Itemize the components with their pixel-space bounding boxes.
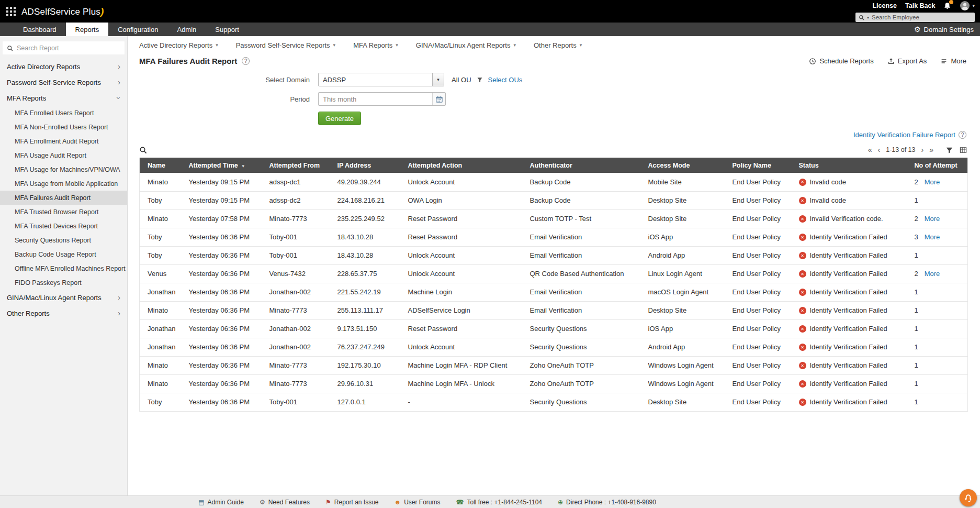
- table-row: MinatoYesterday 07:58 PMMinato-7773235.2…: [140, 209, 968, 228]
- schedule-reports-button[interactable]: Schedule Reports: [809, 57, 873, 65]
- top-bar-left: ADSelfService Plus): [0, 0, 104, 23]
- column-header-access-mode[interactable]: Access Mode: [644, 158, 728, 173]
- flag-icon: ⚑: [325, 499, 331, 505]
- sidebar-section-other-reports[interactable]: Other Reports›: [0, 305, 127, 321]
- pagination-prev-button[interactable]: ‹: [878, 146, 881, 153]
- period-input[interactable]: This month: [318, 92, 446, 106]
- talk-back-link[interactable]: Talk Back: [905, 2, 935, 9]
- sidebar-item-security-questions-report[interactable]: Security Questions Report: [0, 233, 127, 247]
- tab-configuration[interactable]: Configuration: [108, 23, 167, 36]
- user-menu[interactable]: ▾: [960, 1, 975, 11]
- domain-settings-button[interactable]: ⚙ Domain Settings: [914, 23, 974, 36]
- sidebar-item-mfa-trusted-devices-report[interactable]: MFA Trusted Devices Report: [0, 219, 127, 233]
- sidebar-section-gina-mac-linux-agent-reports[interactable]: GINA/Mac/Linux Agent Reports›: [0, 290, 127, 305]
- column-header-attempted-action[interactable]: Attempted Action: [404, 158, 526, 173]
- sidebar-item-mfa-usage-audit-report[interactable]: MFA Usage Audit Report: [0, 148, 127, 162]
- support-chat-button[interactable]: [960, 489, 977, 506]
- cell-time: Yesterday 06:36 PM: [185, 338, 265, 356]
- pagination-next-button[interactable]: ›: [921, 146, 924, 153]
- more-link[interactable]: More: [925, 215, 940, 223]
- more-link[interactable]: More: [925, 178, 940, 186]
- domain-select[interactable]: ADSSP ▾: [318, 73, 444, 86]
- sidebar-item-mfa-enrollment-audit-report[interactable]: MFA Enrollment Audit Report: [0, 134, 127, 148]
- column-chooser-button[interactable]: [959, 146, 967, 154]
- sidebar-item-mfa-usage-for-machines-vpn-owa[interactable]: MFA Usage for Machines/VPN/OWA: [0, 162, 127, 176]
- cell-mode: Windows Login Agent: [644, 356, 728, 374]
- cell-mode: Desktop Site: [644, 191, 728, 209]
- cell-action: Unlock Account: [404, 338, 526, 356]
- sidebar-item-mfa-non-enrolled-users-report[interactable]: MFA Non-Enrolled Users Report: [0, 120, 127, 134]
- sidebar-item-mfa-trusted-browser-report[interactable]: MFA Trusted Browser Report: [0, 205, 127, 219]
- tab-admin[interactable]: Admin: [167, 23, 206, 36]
- apps-grid-icon[interactable]: [6, 7, 16, 16]
- more-link[interactable]: More: [925, 270, 940, 278]
- report-search[interactable]: [3, 41, 125, 54]
- employee-search-input[interactable]: [872, 14, 972, 20]
- column-header-attempted-time[interactable]: Attempted Time▼: [185, 158, 265, 173]
- select-ous-link[interactable]: Select OUs: [488, 76, 523, 84]
- cell-auth: Backup Code: [526, 191, 644, 209]
- app-logo[interactable]: ADSelfService Plus): [21, 6, 104, 17]
- cell-name: Jonathan: [140, 283, 185, 301]
- sidebar-item-mfa-enrolled-users-report[interactable]: MFA Enrolled Users Report: [0, 106, 127, 120]
- column-label: Name: [148, 162, 165, 169]
- pagination-last-button[interactable]: »: [929, 146, 933, 153]
- report-menu-mfa-reports[interactable]: MFA Reports▾: [353, 41, 398, 49]
- notification-bell-icon[interactable]: [943, 2, 951, 10]
- cell-ip: 224.168.216.21: [333, 191, 404, 209]
- tab-reports[interactable]: Reports: [66, 23, 109, 36]
- cell-attempts: 1: [910, 374, 968, 393]
- column-header-no-of-attempt[interactable]: No of Attempt: [910, 158, 968, 173]
- column-header-name[interactable]: Name: [140, 158, 185, 173]
- column-header-attempted-from[interactable]: Attempted From: [265, 158, 333, 173]
- identity-verification-failure-report-link[interactable]: Identity Verification Failure Report: [853, 131, 955, 139]
- column-header-ip-address[interactable]: IP Address: [333, 158, 404, 173]
- table-search-button[interactable]: [139, 146, 147, 154]
- filter-button[interactable]: [945, 146, 953, 154]
- license-link[interactable]: License: [872, 2, 897, 9]
- report-search-input[interactable]: [17, 45, 120, 52]
- sidebar-section-label: MFA Reports: [7, 94, 46, 102]
- tab-dashboard[interactable]: Dashboard: [14, 23, 66, 36]
- report-menu-gina-mac-linux-agent-reports[interactable]: GINA/Mac/Linux Agent Reports▾: [416, 41, 516, 49]
- report-menu-active-directory-reports[interactable]: Active Directory Reports▾: [139, 41, 218, 49]
- admin-guide-link[interactable]: ▤Admin Guide: [198, 499, 244, 506]
- help-icon[interactable]: ?: [242, 57, 250, 65]
- help-icon[interactable]: ?: [959, 131, 966, 139]
- report-menu-other-reports[interactable]: Other Reports▾: [534, 41, 582, 49]
- main-content: Active Directory Reports▾Password Self-S…: [128, 36, 980, 495]
- cell-action: Machine Login MFA - Unlock: [404, 374, 526, 393]
- sidebar-item-mfa-failures-audit-report[interactable]: MFA Failures Audit Report: [0, 191, 127, 205]
- cell-name: Toby: [140, 393, 185, 411]
- sidebar-section-active-directory-reports[interactable]: Active Directory Reports›: [0, 59, 127, 74]
- generate-button[interactable]: Generate: [318, 112, 361, 125]
- employee-search[interactable]: ▾: [855, 13, 975, 22]
- headset-icon: [963, 493, 973, 503]
- column-header-status[interactable]: Status: [795, 158, 910, 173]
- export-as-button[interactable]: Export As: [887, 57, 927, 65]
- direct-phone-info[interactable]: ⊕Direct Phone : +1-408-916-9890: [558, 499, 656, 506]
- cell-auth: Zoho OneAuth TOTP: [526, 356, 644, 374]
- more-button[interactable]: More: [940, 57, 966, 65]
- column-header-authenticator[interactable]: Authenticator: [526, 158, 644, 173]
- report-menu-password-self-service-reports[interactable]: Password Self-Service Reports▾: [236, 41, 335, 49]
- sidebar-item-mfa-usage-from-mobile-application[interactable]: MFA Usage from Mobile Application: [0, 176, 127, 191]
- user-forums-link[interactable]: ☻User Forums: [395, 499, 441, 506]
- sidebar-item-fido-passkeys-report[interactable]: FIDO Passkeys Report: [0, 275, 127, 290]
- menu-item-label: Other Reports: [534, 41, 577, 49]
- toll-free-info[interactable]: ☎Toll free : +1-844-245-1104: [456, 499, 543, 506]
- tab-support[interactable]: Support: [206, 23, 249, 36]
- sidebar-section-password-self-service-reports[interactable]: Password Self-Service Reports›: [0, 74, 127, 90]
- sidebar-item-offline-mfa-enrolled-machines-report[interactable]: Offline MFA Enrolled Machines Report: [0, 261, 127, 275]
- column-header-policy-name[interactable]: Policy Name: [728, 158, 795, 173]
- need-features-link[interactable]: ⚙Need Features: [260, 499, 310, 506]
- report-an-issue-link[interactable]: ⚑Report an Issue: [325, 499, 378, 506]
- sidebar-item-backup-code-usage-report[interactable]: Backup Code Usage Report: [0, 247, 127, 261]
- cell-time: Yesterday 09:15 PM: [185, 191, 265, 209]
- search-icon: [7, 45, 13, 51]
- sidebar-section-mfa-reports[interactable]: MFA Reports›: [0, 90, 127, 106]
- more-link[interactable]: More: [925, 233, 940, 241]
- calendar-button[interactable]: [432, 93, 445, 105]
- cell-time: Yesterday 06:36 PM: [185, 246, 265, 264]
- pagination-first-button[interactable]: «: [868, 146, 872, 153]
